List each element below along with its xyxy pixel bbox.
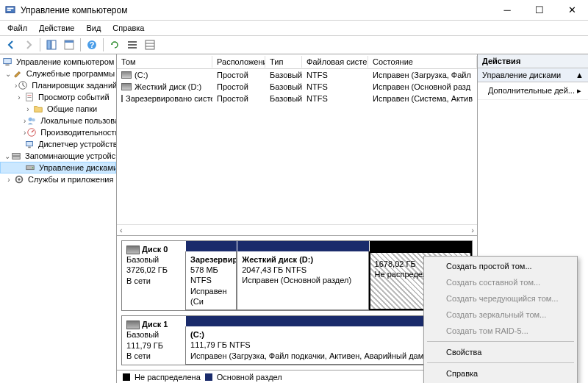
users-icon [26, 115, 37, 126]
svg-point-21 [29, 118, 32, 121]
partition-reserved[interactable]: Зарезервиро 578 МБ NTFS Исправен (Си [185, 251, 237, 310]
menu-view[interactable]: Вид [80, 22, 107, 34]
svg-rect-20 [27, 97, 31, 98]
cm-create-raid5-volume[interactable]: Создать том RAID-5... [426, 323, 576, 339]
svg-rect-16 [5, 65, 9, 66]
col-volume[interactable]: Том [117, 56, 212, 68]
window-controls: ─ ☐ ✕ [491, 0, 588, 21]
cm-create-mirrored-volume[interactable]: Создать зеркальный том... [426, 307, 576, 323]
tree-disk-management[interactable]: Управление дисками [0, 162, 116, 173]
disk-state: В сети [126, 351, 181, 361]
disk-state: В сети [126, 276, 181, 286]
svg-rect-27 [12, 157, 21, 160]
tree-system-tools[interactable]: ⌄Служебные программы [0, 68, 116, 79]
svg-rect-11 [128, 47, 137, 49]
cm-create-simple-volume[interactable]: Создать простой том... [426, 258, 576, 274]
forward-button[interactable] [21, 37, 37, 53]
tree-local-users[interactable]: ›Локальные пользоват [0, 115, 116, 126]
volume-list-header: Том Расположение Тип Файловая система Со… [117, 54, 477, 69]
partition-bar [369, 241, 472, 251]
menubar: Файл Действие Вид Справка [0, 21, 588, 35]
partition-status: Исправен (Си [190, 286, 232, 307]
tree-device-manager[interactable]: Диспетчер устройств [0, 138, 116, 150]
close-button[interactable]: ✕ [556, 0, 588, 21]
refresh-button[interactable] [107, 37, 123, 53]
clock-icon [17, 79, 29, 91]
horizontal-scroll[interactable]: ‹› [117, 224, 477, 236]
tree-shared-folders[interactable]: ›Общие папки [0, 103, 116, 115]
show-hide-tree-button[interactable] [43, 37, 60, 53]
tree-pane[interactable]: Управление компьютером (л ⌄Служебные про… [0, 54, 117, 383]
volume-list[interactable]: (C:) Простой Базовый NTFS Исправен (Загр… [117, 69, 477, 224]
partition-size: 2047,43 ГБ NTFS [242, 265, 363, 275]
partition-d[interactable]: Жесткий диск (D:) 2047,43 ГБ NTFS Исправ… [237, 251, 368, 310]
menu-help[interactable]: Справка [107, 22, 150, 34]
menu-separator [427, 362, 574, 363]
cm-create-spanned-volume[interactable]: Создать составной том... [426, 274, 576, 290]
svg-rect-24 [26, 142, 33, 146]
menu-action[interactable]: Действие [33, 22, 80, 34]
help-button[interactable]: ? [84, 37, 100, 53]
volume-type: Базовый [265, 71, 302, 79]
svg-point-31 [18, 178, 21, 181]
volume-status: Исправен (Загрузка, Файл [368, 71, 477, 79]
partition-name: Зарезервиро [190, 254, 232, 265]
tree-label: Службы и приложения [28, 175, 113, 184]
tree-storage[interactable]: ⌄Запоминающие устройс [0, 150, 116, 162]
toolbar: ? [0, 35, 588, 54]
volume-row[interactable]: (C:) Простой Базовый NTFS Исправен (Загр… [117, 69, 477, 81]
minimize-button[interactable]: ─ [491, 0, 523, 21]
volume-icon [121, 71, 132, 79]
col-status[interactable]: Состояние [368, 56, 477, 68]
performance-icon [26, 126, 37, 138]
back-button[interactable] [3, 37, 19, 53]
volume-layout: Простой [212, 94, 265, 103]
svg-rect-9 [128, 41, 137, 43]
tree-label: Общие папки [47, 104, 97, 113]
volume-name: (C:) [135, 71, 148, 79]
col-fs[interactable]: Файловая система [302, 56, 368, 68]
svg-rect-26 [12, 154, 21, 157]
disk-0-row[interactable]: Диск 0 Базовый 3726,02 ГБ В сети Зарезер… [121, 240, 473, 311]
tree-root[interactable]: Управление компьютером (л [0, 56, 116, 68]
cm-properties[interactable]: Свойства [426, 344, 576, 360]
disk-1-row[interactable]: Диск 1 Базовый 111,79 ГБ В сети (C:) 111… [121, 315, 473, 365]
disk-type: Базовый [126, 254, 181, 265]
col-layout[interactable]: Расположение [212, 56, 265, 68]
volume-row[interactable]: Зарезервировано системой Простой Базовый… [117, 93, 477, 104]
tree-label: Локальные пользоват [40, 116, 116, 125]
partition-status: Исправен (Основной раздел) [242, 275, 363, 285]
cm-help[interactable]: Справка [426, 365, 576, 382]
view-detail-button[interactable] [142, 37, 158, 53]
volume-row[interactable]: Жесткий диск (D:) Простой Базовый NTFS И… [117, 81, 477, 93]
disk-0-info: Диск 0 Базовый 3726,02 ГБ В сети [122, 241, 185, 310]
maximize-button[interactable]: ☐ [523, 0, 556, 21]
tree-label: Запоминающие устройс [25, 151, 115, 160]
actions-section[interactable]: Управление дисками▲ [478, 68, 588, 82]
actions-more[interactable]: Дополнительные дей... ▸ [478, 82, 588, 100]
volume-layout: Простой [212, 82, 265, 91]
partition-name: Жесткий диск (D:) [242, 254, 363, 265]
volume-fs: NTFS [302, 82, 368, 91]
volume-fs: NTFS [302, 94, 368, 103]
disk-icon [126, 246, 140, 254]
menu-file[interactable]: Файл [1, 22, 33, 34]
svg-rect-15 [4, 59, 12, 64]
col-type[interactable]: Тип [265, 56, 302, 68]
disk-name: Диск 0 [142, 245, 168, 254]
tree-label: Управление компьютером (л [16, 57, 116, 66]
tree-performance[interactable]: ›Производительность [0, 126, 116, 138]
properties-button[interactable] [61, 37, 77, 53]
view-list-button[interactable] [124, 37, 140, 53]
svg-rect-4 [51, 40, 56, 49]
legend-primary: Основной раздел [217, 373, 282, 382]
volume-layout: Простой [212, 71, 265, 79]
tree-task-scheduler[interactable]: ›Планировщик заданий [0, 79, 116, 91]
actions-header: Действия [478, 54, 588, 68]
tree-services[interactable]: ›Службы и приложения [0, 173, 116, 185]
tree-event-viewer[interactable]: ›Просмотр событий [0, 91, 116, 103]
partition-size: 578 МБ NTFS [190, 265, 232, 286]
partition-bar [185, 241, 237, 251]
cm-create-striped-volume[interactable]: Создать чередующийся том... [426, 290, 576, 307]
svg-rect-3 [47, 40, 51, 49]
